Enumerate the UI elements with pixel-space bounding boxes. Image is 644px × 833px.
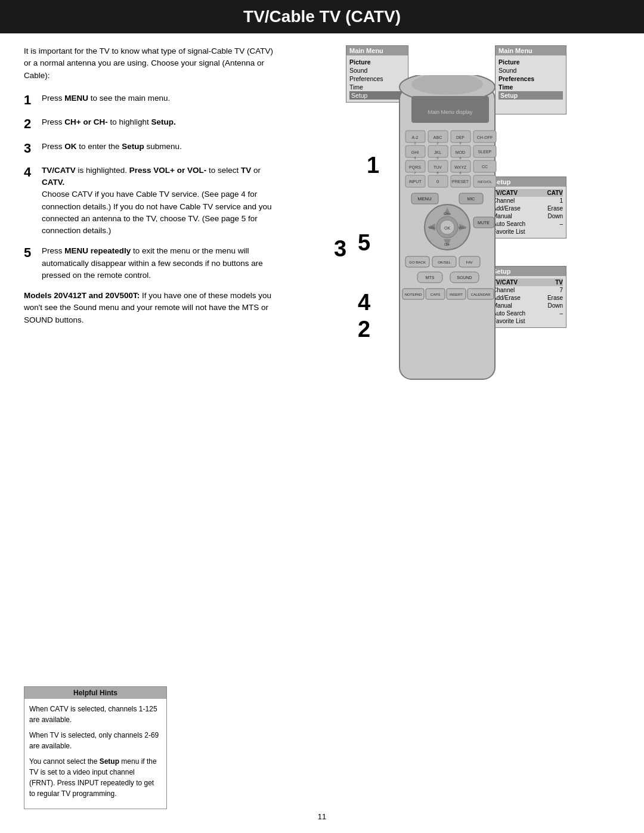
svg-text:A-2: A-2 — [412, 135, 419, 140]
helpful-hints-title: Helpful Hints — [24, 687, 166, 699]
intro-paragraph: It is important for the TV to know what … — [24, 45, 274, 82]
svg-text:CAPS: CAPS — [431, 293, 440, 296]
hint-item-3: You cannot select the Setup menu if the … — [29, 756, 162, 799]
svg-text:Main Menu display: Main Menu display — [428, 109, 473, 115]
svg-text:0: 0 — [436, 179, 439, 184]
step-text-3: Press OK to enter the Setup submenu. — [42, 141, 182, 153]
steps-list: 1 Press MENU to see the main menu. 2 Pre… — [24, 92, 274, 281]
hint-item-1: When CATV is selected, channels 1-125 ar… — [29, 704, 162, 725]
step-text-4: TV/CATV is highlighted. Press VOL+ or VO… — [42, 165, 274, 237]
svg-text:INPUT: INPUT — [409, 179, 422, 184]
step-number-4: 4 — [24, 165, 36, 180]
page-title: TV/Cable TV (CATV) — [0, 0, 644, 33]
overlay-number-1: 1 — [367, 153, 379, 178]
svg-text:MUTE: MUTE — [478, 221, 490, 225]
svg-text:VOL+: VOL+ — [459, 226, 466, 230]
svg-text:CH+: CH+ — [444, 212, 451, 215]
svg-text:DEF: DEF — [456, 135, 465, 140]
step-5: 5 Press MENU repeatedly to exit the menu… — [24, 245, 274, 281]
svg-text:WXYZ: WXYZ — [454, 165, 467, 169]
svg-text:MENU: MENU — [417, 196, 432, 202]
step-text-2: Press CH+ or CH- to highlight Setup. — [42, 116, 176, 128]
step-1: 1 Press MENU to see the main menu. — [24, 92, 274, 108]
hint-item-2: When TV is selected, only channels 2-69 … — [29, 730, 162, 751]
step-number-2: 2 — [24, 116, 36, 132]
step-number-5: 5 — [24, 245, 36, 261]
step-text-5: Press MENU repeatedly to exit the menu o… — [42, 245, 274, 281]
menu-item-preferences-2: Preferences — [499, 75, 563, 83]
overlay-number-3: 3 — [334, 236, 474, 262]
step-4: 4 TV/CATV is highlighted. Press VOL+ or … — [24, 165, 274, 237]
step-2: 2 Press CH+ or CH- to highlight Setup. — [24, 116, 274, 132]
overlay-number-4: 4 — [358, 290, 370, 315]
svg-text:SLEEP: SLEEP — [478, 150, 492, 154]
menu-item-sound-2: Sound — [499, 66, 563, 75]
svg-text:CH-OFF: CH-OFF — [477, 135, 493, 140]
menu-item-sound-1: Sound — [349, 66, 405, 75]
step-number-3: 3 — [24, 141, 36, 156]
main-menu-title-2: Main Menu — [496, 46, 566, 55]
overlay-number-2: 2 — [358, 317, 370, 342]
svg-text:CC: CC — [482, 165, 488, 169]
page-container: TV/Cable TV (CATV) It is important for t… — [0, 0, 644, 833]
menu-item-picture-2: Picture — [499, 58, 563, 66]
svg-text:INSERT: INSERT — [450, 293, 463, 296]
menu-item-picture-1: Picture — [349, 58, 405, 66]
main-content: It is important for the TV to know what … — [0, 45, 644, 415]
page-number: 11 — [318, 812, 326, 821]
svg-text:TUV: TUV — [434, 165, 442, 169]
svg-text:PQRS: PQRS — [409, 165, 421, 170]
left-column: It is important for the TV to know what … — [24, 45, 274, 415]
step-number-1: 1 — [24, 92, 36, 108]
svg-text:CALENDAR: CALENDAR — [471, 293, 491, 296]
svg-text:JKL: JKL — [434, 150, 441, 154]
svg-text:MIC: MIC — [467, 197, 475, 201]
helpful-hints-box: Helpful Hints When CATV is selected, cha… — [24, 686, 167, 809]
step-text-1: Press MENU to see the main menu. — [42, 92, 170, 104]
svg-text:NOTEPAD: NOTEPAD — [405, 293, 422, 296]
step-3: 3 Press OK to enter the Setup submenu. — [24, 141, 274, 156]
helpful-hints-body: When CATV is selected, channels 1-125 ar… — [24, 699, 166, 809]
diagram-container: Main Menu Picture Sound Preferences Time… — [334, 45, 572, 415]
svg-text:MOD: MOD — [456, 150, 465, 154]
svg-text:SOUND: SOUND — [457, 275, 472, 280]
menu-item-time-2: Time — [499, 83, 563, 91]
title-text: TV/Cable TV (CATV) — [243, 7, 401, 26]
svg-text:PRESET: PRESET — [452, 179, 469, 184]
svg-text:VOL-: VOL- — [429, 226, 436, 230]
svg-text:OK: OK — [444, 226, 450, 230]
main-menu-title-1: Main Menu — [346, 46, 408, 55]
svg-text:GHI: GHI — [411, 150, 419, 154]
svg-text:ABC: ABC — [434, 135, 442, 140]
models-note: Models 20V412T and 20V500T: If you have … — [24, 290, 274, 326]
svg-text:MTS: MTS — [426, 275, 435, 280]
right-column: Main Menu Picture Sound Preferences Time… — [286, 45, 620, 415]
svg-text:INFO/OL: INFO/OL — [478, 180, 493, 184]
menu-item-setup-2: Setup — [499, 91, 563, 100]
